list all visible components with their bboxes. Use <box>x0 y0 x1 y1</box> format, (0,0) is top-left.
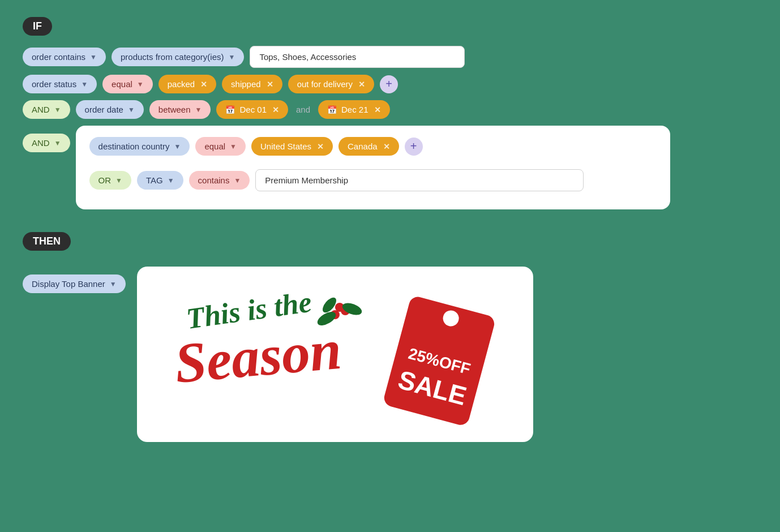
order-contains-pill[interactable]: order contains ▼ <box>23 48 106 66</box>
and-pill-row4[interactable]: AND ▼ <box>23 134 70 152</box>
date-and-text: and <box>294 105 312 114</box>
united-states-close[interactable]: ✕ <box>317 142 324 151</box>
canada-close[interactable]: ✕ <box>383 142 390 151</box>
equal-arrow: ▼ <box>137 80 144 88</box>
condition-row-4: AND ▼ destination country ▼ equal ▼ Unit… <box>23 126 757 209</box>
out-for-delivery-close[interactable]: ✕ <box>358 80 365 89</box>
and-pill-row3[interactable]: AND ▼ <box>23 100 70 119</box>
cal-icon-1: 📅 <box>225 105 235 114</box>
destination-country-pill[interactable]: destination country ▼ <box>89 137 190 156</box>
products-from-pill[interactable]: products from category(ies) ▼ <box>112 48 244 66</box>
premium-membership-input[interactable]: Premium Membership <box>255 169 584 191</box>
contains-pill[interactable]: contains ▼ <box>189 171 250 190</box>
products-from-arrow: ▼ <box>229 53 235 61</box>
united-states-pill[interactable]: United States ✕ <box>251 137 333 156</box>
packed-pill[interactable]: packed ✕ <box>158 75 216 93</box>
nested-equal-pill[interactable]: equal ▼ <box>195 137 246 156</box>
tag-arrow: ▼ <box>168 177 174 185</box>
if-badge: IF <box>23 17 52 36</box>
then-action-row: Display Top Banner ▼ This is the Season <box>23 267 757 442</box>
dec21-close[interactable]: ✕ <box>374 105 381 114</box>
and-row4-arrow: ▼ <box>54 139 61 147</box>
or-pill[interactable]: OR ▼ <box>89 171 131 190</box>
order-date-pill[interactable]: order date ▼ <box>76 100 144 119</box>
status-add-button[interactable]: + <box>380 75 398 93</box>
between-arrow: ▼ <box>195 106 202 114</box>
christmas-banner-svg: This is the Season <box>154 278 516 431</box>
order-contains-arrow: ▼ <box>90 53 97 61</box>
packed-close[interactable]: ✕ <box>200 80 207 89</box>
dec01-pill[interactable]: 📅 Dec 01 ✕ <box>216 100 288 119</box>
then-section: THEN Display Top Banner ▼ This is the Se… <box>23 232 757 442</box>
equal-pill[interactable]: equal ▼ <box>102 75 153 93</box>
cal-icon-2: 📅 <box>327 105 337 114</box>
dec01-close[interactable]: ✕ <box>272 105 279 114</box>
display-banner-arrow: ▼ <box>110 280 117 288</box>
condition-row-2: order status ▼ equal ▼ packed ✕ shipped … <box>23 75 757 93</box>
shipped-pill[interactable]: shipped ✕ <box>222 75 282 93</box>
nested-equal-arrow: ▼ <box>230 143 237 151</box>
tag-pill[interactable]: TAG ▼ <box>137 171 183 190</box>
banner-inner: This is the Season <box>148 278 522 431</box>
nested-condition-group: destination country ▼ equal ▼ United Sta… <box>76 126 670 209</box>
contains-arrow: ▼ <box>234 177 241 185</box>
between-pill[interactable]: between ▼ <box>149 100 211 119</box>
or-arrow: ▼ <box>115 177 122 185</box>
condition-row-3: AND ▼ order date ▼ between ▼ 📅 Dec 01 ✕ … <box>23 100 757 119</box>
banner-preview: This is the Season <box>137 267 533 442</box>
order-date-arrow: ▼ <box>128 106 135 114</box>
shipped-close[interactable]: ✕ <box>267 80 273 89</box>
order-status-pill[interactable]: order status ▼ <box>23 75 97 93</box>
then-badge: THEN <box>23 232 71 251</box>
nested-row-2: OR ▼ TAG ▼ contains ▼ Premium Membership <box>89 169 657 191</box>
dec21-pill[interactable]: 📅 Dec 21 ✕ <box>318 100 390 119</box>
canada-pill[interactable]: Canada ✕ <box>338 137 399 156</box>
if-section: IF order contains ▼ products from catego… <box>23 17 757 209</box>
display-top-banner-pill[interactable]: Display Top Banner ▼ <box>23 274 126 293</box>
categories-input[interactable]: Tops, Shoes, Accessories <box>250 46 465 68</box>
and-row3-arrow: ▼ <box>54 106 61 114</box>
nested-row-1: destination country ▼ equal ▼ United Sta… <box>89 137 657 156</box>
condition-row-1: order contains ▼ products from category(… <box>23 46 757 68</box>
country-add-button[interactable]: + <box>405 138 423 156</box>
order-status-arrow: ▼ <box>81 80 88 88</box>
destination-arrow: ▼ <box>174 143 181 151</box>
out-for-delivery-pill[interactable]: out for delivery ✕ <box>288 75 374 93</box>
